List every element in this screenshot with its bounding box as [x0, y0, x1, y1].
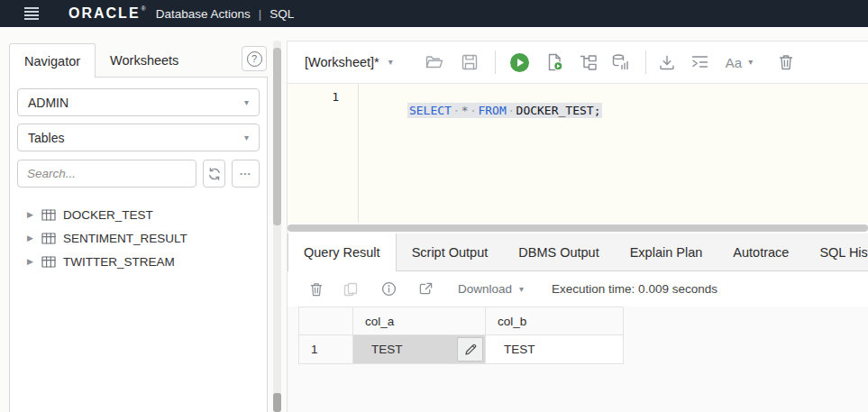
cell-value: TEST	[371, 343, 403, 356]
column-header-col-a[interactable]: col_a	[353, 307, 486, 335]
sql-operator: *	[461, 104, 469, 117]
result-info-button[interactable]	[381, 281, 397, 297]
copy-result-button[interactable]	[343, 282, 358, 297]
open-in-new-button[interactable]	[419, 282, 433, 296]
row-number-header[interactable]	[299, 307, 353, 335]
run-script-button[interactable]	[546, 53, 564, 71]
font-size-button[interactable]: Aa ▾	[726, 55, 753, 70]
trash-icon	[779, 54, 793, 70]
cell-col-b[interactable]: TEST	[486, 335, 624, 364]
table-icon	[41, 233, 56, 244]
tree-item-docker-test[interactable]: ▶ DOCKER_TEST	[10, 203, 267, 226]
explain-plan-icon	[580, 55, 597, 70]
whitespace-dot	[452, 104, 461, 117]
hamburger-menu-icon[interactable]	[24, 7, 39, 20]
open-file-icon	[425, 55, 443, 69]
expand-arrow-icon: ▶	[27, 233, 34, 243]
clear-worksheet-button[interactable]	[779, 54, 793, 70]
panel-scrollbar-thumb[interactable]	[273, 48, 281, 225]
app-title: Database Actions	[156, 7, 251, 21]
expand-arrow-icon: ▶	[27, 210, 34, 219]
row-number-cell[interactable]: 1	[299, 335, 353, 364]
chevron-down-icon: ▾	[244, 98, 249, 107]
navigator-tab-bar: Navigator Worksheets ?	[9, 43, 268, 78]
oracle-logo-text: ORACLE	[69, 5, 141, 21]
worksheet-toolbar: [Worksheet]* ▾	[288, 41, 868, 84]
refresh-icon	[207, 167, 222, 181]
object-type-select[interactable]: Tables ▾	[17, 124, 260, 151]
help-icon: ?	[247, 51, 262, 67]
results-tab-bar: Query Result Script Output DBMS Output E…	[288, 233, 868, 271]
run-script-icon	[546, 53, 564, 71]
tab-sql-history[interactable]: SQL History	[804, 233, 868, 270]
discard-result-button[interactable]	[310, 282, 323, 297]
line-number: 1	[332, 90, 339, 104]
tab-worksheets[interactable]: Worksheets	[96, 43, 193, 78]
top-bar: ORACLE® Database Actions | SQL	[0, 0, 868, 27]
whitespace-dot	[507, 104, 516, 117]
tables-tree: ▶ DOCKER_TEST ▶ SENTIMENT_RESULT ▶	[10, 203, 267, 273]
download-label: Download	[458, 282, 512, 296]
chevron-down-icon: ▾	[244, 133, 249, 142]
sql-keyword: SELECT	[409, 104, 452, 117]
results-panel: Query Result Script Output DBMS Output E…	[288, 233, 868, 412]
autotrace-icon	[612, 54, 630, 70]
tree-item-label: SENTIMENT_RESULT	[63, 232, 187, 245]
cell-col-a[interactable]: TEST	[353, 335, 486, 364]
schema-select[interactable]: ADMIN ▾	[17, 88, 260, 116]
edit-cell-button[interactable]	[457, 337, 483, 362]
results-splitter-handle[interactable]	[288, 224, 868, 232]
chevron-down-icon: ▾	[748, 58, 753, 67]
toolbar-separator	[495, 50, 496, 74]
more-actions-button[interactable]: •••	[232, 160, 260, 188]
run-statement-icon	[510, 53, 529, 72]
column-header-col-b[interactable]: col_b	[486, 307, 624, 335]
editor-gutter: 1	[288, 84, 359, 223]
sql-editor[interactable]: 1 SELECT*FROMDOCKER_TEST;	[288, 84, 868, 223]
download-icon	[659, 55, 675, 70]
run-statement-button[interactable]	[510, 53, 529, 72]
download-result-button[interactable]: Download ▾	[458, 282, 524, 296]
refresh-button[interactable]	[203, 160, 225, 188]
panel-scrollbar-thumb-bottom[interactable]	[273, 393, 281, 412]
chevron-down-icon: ▾	[519, 285, 524, 294]
toolbar-separator	[645, 50, 646, 74]
search-input[interactable]	[17, 160, 196, 188]
tree-item-twitter-stream[interactable]: ▶ TWITTER_STREAM	[10, 250, 267, 273]
worksheet-title-caret-icon[interactable]: ▾	[388, 58, 393, 67]
sql-keyword: FROM	[478, 104, 506, 117]
trash-icon	[310, 282, 323, 297]
tab-query-result[interactable]: Query Result	[288, 233, 397, 271]
format-button[interactable]	[691, 55, 708, 69]
expand-arrow-icon: ▶	[27, 257, 34, 266]
open-file-button[interactable]	[425, 55, 443, 69]
table-icon	[41, 209, 56, 221]
save-button[interactable]	[461, 54, 478, 70]
tab-autotrace[interactable]: Autotrace	[717, 233, 804, 270]
tab-navigator[interactable]: Navigator	[9, 43, 96, 78]
results-grid-area: col_a col_b 1 TEST TEST	[288, 307, 868, 412]
result-grid: col_a col_b 1 TEST TEST	[298, 307, 623, 364]
tab-dbms-output[interactable]: DBMS Output	[503, 233, 614, 270]
results-toolbar: Download ▾ Execution time: 0.009 seconds	[288, 271, 868, 307]
schema-select-value: ADMIN	[28, 96, 69, 110]
editor-code-area[interactable]: SELECT*FROMDOCKER_TEST;	[359, 84, 602, 223]
tab-script-output[interactable]: Script Output	[397, 233, 504, 270]
help-button[interactable]: ?	[242, 46, 267, 71]
save-icon	[461, 54, 478, 70]
explain-plan-button[interactable]	[580, 55, 597, 70]
object-type-select-value: Tables	[28, 131, 64, 145]
table-icon	[41, 256, 56, 268]
worksheet-panel: [Worksheet]* ▾	[287, 41, 868, 412]
format-icon	[691, 55, 708, 69]
worksheet-title[interactable]: [Worksheet]*	[305, 55, 379, 69]
tab-explain-plan[interactable]: Explain Plan	[615, 233, 718, 270]
sql-statement: SELECT*FROMDOCKER_TEST;	[407, 103, 603, 118]
autotrace-button[interactable]	[612, 54, 630, 70]
registered-mark: ®	[142, 5, 148, 12]
tree-item-sentiment-result[interactable]: ▶ SENTIMENT_RESULT	[10, 226, 267, 250]
navigator-panel: Navigator Worksheets ? ADMIN ▾ Tables ▾ …	[9, 43, 268, 412]
panel-splitter-track	[273, 41, 281, 412]
search-row: •••	[17, 160, 260, 188]
download-editor-button[interactable]	[659, 55, 675, 70]
